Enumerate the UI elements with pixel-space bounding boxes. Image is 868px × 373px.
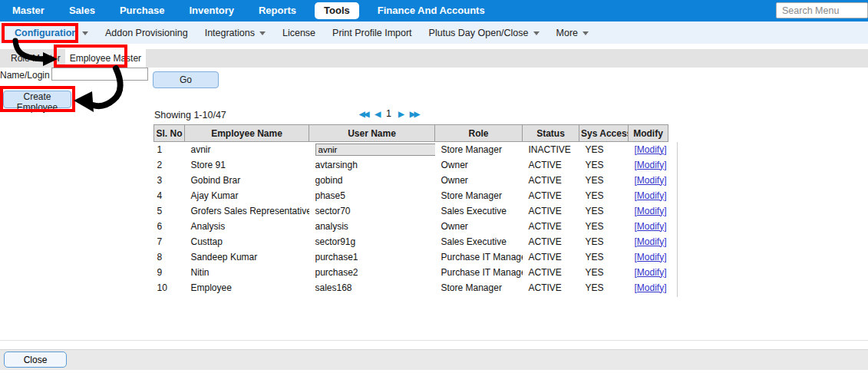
column-header-sl-no: Sl. No bbox=[154, 125, 185, 142]
modify-link[interactable]: [Modify] bbox=[635, 144, 667, 155]
nav-item-inventory[interactable]: Inventory bbox=[177, 0, 246, 21]
cell-role: Sales Executive bbox=[435, 234, 523, 249]
tab-employee-master[interactable]: Employee Master bbox=[65, 49, 146, 68]
column-header-employee-name: Employee Name bbox=[185, 125, 309, 142]
cell-modify: [Modify] bbox=[629, 249, 668, 265]
subnav-item-license[interactable]: License bbox=[274, 28, 324, 38]
cell-role: Owner bbox=[435, 173, 523, 188]
user-name-input[interactable] bbox=[315, 144, 435, 156]
tab-strip: Role MasterEmployee Master bbox=[0, 49, 868, 68]
showing-count: Showing 1-10/47 bbox=[154, 110, 226, 120]
subnav-item-configuration[interactable]: Configuration bbox=[6, 28, 97, 38]
subnav-item-label: Print Profile Import bbox=[332, 28, 412, 38]
cell-employee-name: Sandeep Kumar bbox=[185, 249, 309, 265]
modify-link[interactable]: [Modify] bbox=[635, 160, 667, 170]
cell-status: INACTIVE bbox=[523, 142, 579, 157]
tab-role-master[interactable]: Role Master bbox=[6, 49, 65, 68]
first-page-icon[interactable]: ◀◀ bbox=[359, 110, 368, 118]
cell-status: ACTIVE bbox=[523, 219, 579, 234]
cell-sl-no: 8 bbox=[154, 249, 185, 265]
cell-status: ACTIVE bbox=[523, 203, 579, 219]
cell-user-name: purchase2 bbox=[309, 265, 435, 280]
table-right-border bbox=[677, 142, 678, 297]
cell-role: Sales Executive bbox=[435, 203, 523, 219]
modify-link[interactable]: [Modify] bbox=[635, 267, 667, 278]
column-header-role: Role bbox=[435, 125, 523, 142]
nav-item-sales[interactable]: Sales bbox=[57, 0, 107, 21]
cell-status: ACTIVE bbox=[523, 280, 579, 295]
subnav-item-plutus-day-open-close[interactable]: Plutus Day Open/Close bbox=[421, 28, 548, 38]
subnav-item-label: Integrations bbox=[205, 28, 255, 38]
cell-sys-access: YES bbox=[579, 234, 629, 249]
table-row: 1avnirStore ManagerINACTIVEYES[Modify] bbox=[154, 142, 668, 157]
modify-link[interactable]: [Modify] bbox=[635, 252, 667, 262]
cell-employee-name: avnir bbox=[185, 142, 309, 157]
column-header-status: Status bbox=[523, 125, 579, 142]
column-header-user-name: User Name bbox=[309, 125, 435, 142]
cell-role: Owner bbox=[435, 219, 523, 234]
cell-user-name: sector70 bbox=[309, 203, 435, 219]
modify-link[interactable]: [Modify] bbox=[635, 236, 667, 247]
cell-modify: [Modify] bbox=[629, 280, 668, 295]
cell-status: ACTIVE bbox=[523, 249, 579, 265]
cell-status: ACTIVE bbox=[523, 157, 579, 173]
cell-role: Purchase IT Manager bbox=[435, 265, 523, 280]
table-row: 7Custtapsector91gSales ExecutiveACTIVEYE… bbox=[154, 234, 668, 249]
cell-role: Store Manager bbox=[435, 280, 523, 295]
go-button[interactable]: Go bbox=[153, 71, 219, 88]
subnav-item-label: More bbox=[556, 28, 578, 38]
subnav-item-more[interactable]: More bbox=[548, 28, 597, 38]
cell-status: ACTIVE bbox=[523, 265, 579, 280]
nav-item-reports[interactable]: Reports bbox=[246, 0, 309, 21]
subnav-item-label: Configuration bbox=[15, 28, 78, 38]
table-row: 6AnalysisanalysisOwnerACTIVEYES[Modify] bbox=[154, 219, 668, 234]
cell-role: Store Manager bbox=[435, 188, 523, 203]
cell-status: ACTIVE bbox=[523, 173, 579, 188]
arrow-tab-to-create-head bbox=[74, 91, 94, 112]
modify-link[interactable]: [Modify] bbox=[635, 175, 667, 186]
name-login-input[interactable] bbox=[51, 68, 148, 81]
subnav-item-label: Addon Provisioning bbox=[105, 28, 188, 38]
nav-item-finance-and-accounts[interactable]: Finance And Accounts bbox=[365, 0, 497, 21]
cell-sl-no: 5 bbox=[154, 203, 185, 219]
cell-user-name: analysis bbox=[309, 219, 435, 234]
modify-link[interactable]: [Modify] bbox=[635, 190, 667, 201]
nav-item-tools[interactable]: Tools bbox=[315, 2, 359, 19]
modify-link[interactable]: [Modify] bbox=[635, 206, 667, 216]
modify-link[interactable]: [Modify] bbox=[635, 282, 667, 293]
employee-table: Sl. NoEmployee NameUser NameRoleStatusSy… bbox=[153, 124, 668, 295]
search-menu-input[interactable] bbox=[776, 2, 868, 18]
column-header-sys-access: Sys Access bbox=[579, 125, 629, 142]
nav-item-master[interactable]: Master bbox=[0, 0, 57, 21]
nav-item-purchase[interactable]: Purchase bbox=[107, 0, 177, 21]
modify-link[interactable]: [Modify] bbox=[635, 221, 667, 232]
cell-sl-no: 10 bbox=[154, 280, 185, 295]
table-row: 5Grofers Sales Representativesector70Sal… bbox=[154, 203, 668, 219]
cell-user-name: avtarsingh bbox=[309, 157, 435, 173]
cell-sys-access: YES bbox=[579, 203, 629, 219]
cell-sl-no: 3 bbox=[154, 173, 185, 188]
table-row: 8Sandeep Kumarpurchase1Purchase IT Manag… bbox=[154, 249, 668, 265]
cell-role: Store Manager bbox=[435, 142, 523, 157]
next-page-icon[interactable]: ▶ bbox=[398, 110, 403, 118]
cell-employee-name: Grofers Sales Representative bbox=[185, 203, 309, 219]
close-button[interactable]: Close bbox=[4, 352, 67, 368]
footer-bar bbox=[0, 349, 868, 370]
last-page-icon[interactable]: ▶▶ bbox=[410, 110, 418, 118]
chevron-down-icon bbox=[82, 31, 88, 35]
cell-user-name bbox=[309, 142, 435, 157]
cell-sys-access: YES bbox=[579, 249, 629, 265]
cell-user-name: gobind bbox=[309, 173, 435, 188]
table-row: 2Store 91avtarsinghOwnerACTIVEYES[Modify… bbox=[154, 157, 668, 173]
table-body: 1avnirStore ManagerINACTIVEYES[Modify]2S… bbox=[154, 142, 668, 295]
prev-page-icon[interactable]: ◀ bbox=[375, 110, 379, 118]
column-header-modify: Modify bbox=[629, 125, 668, 142]
subnav-item-addon-provisioning[interactable]: Addon Provisioning bbox=[97, 28, 196, 38]
create-employee-button[interactable]: Create Employee bbox=[3, 91, 71, 108]
subnav-item-print-profile-import[interactable]: Print Profile Import bbox=[324, 28, 421, 38]
cell-user-name: phase5 bbox=[309, 188, 435, 203]
subnav-item-integrations[interactable]: Integrations bbox=[196, 28, 274, 38]
cell-user-name: sector91g bbox=[309, 234, 435, 249]
cell-modify: [Modify] bbox=[629, 219, 668, 234]
cell-employee-name: Nitin bbox=[185, 265, 309, 280]
